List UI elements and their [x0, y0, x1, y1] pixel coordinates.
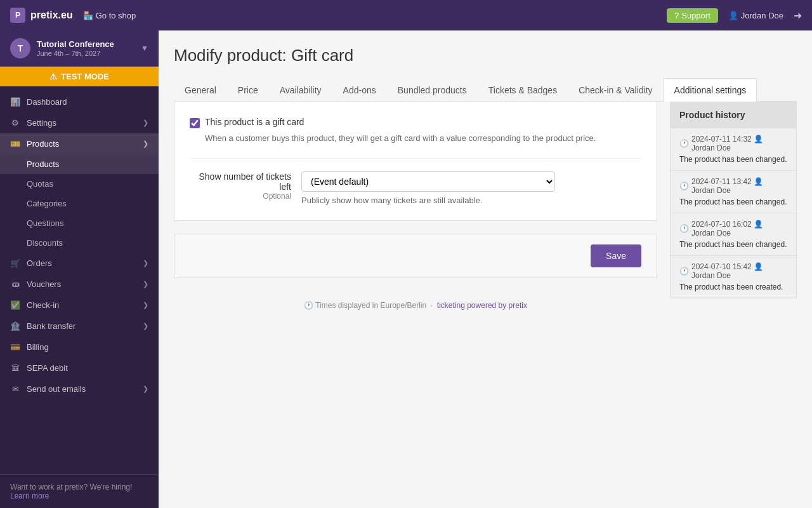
- sidebar-item-dashboard[interactable]: 📊 Dashboard: [0, 91, 159, 112]
- sidebar-sub-questions[interactable]: Questions: [0, 213, 159, 233]
- tab-check-in-validity[interactable]: Check-in & Validity: [568, 78, 663, 102]
- page-footer: 🕐 Times displayed in Europe/Berlin · tic…: [174, 291, 657, 320]
- sidebar-sub-products[interactable]: Products: [0, 154, 159, 174]
- sidebar-sub-quotas[interactable]: Quotas: [0, 174, 159, 194]
- tab-tickets-badges[interactable]: Tickets & Badges: [478, 78, 568, 102]
- powered-by-link[interactable]: ticketing powered by pretix: [437, 301, 527, 310]
- sidebar-item-label: Vouchers: [27, 279, 61, 289]
- settings-chevron-icon: ❯: [143, 119, 148, 127]
- user-menu[interactable]: 👤 Jordan Doe: [728, 11, 783, 20]
- event-chevron-icon: ▼: [141, 44, 148, 53]
- save-section: Save: [174, 234, 657, 278]
- vouchers-icon: 🎟: [10, 279, 20, 289]
- history-entry-2: 🕐 2024-07-11 13:42 👤 Jordan Doe The prod…: [671, 170, 796, 213]
- clock-icon-3: 🕐: [679, 224, 689, 233]
- tickets-left-help: Publicly show how many tickets are still…: [301, 196, 641, 205]
- sidebar-item-label: SEPA debit: [27, 363, 68, 373]
- history-text-3: The product has been changed.: [679, 240, 787, 249]
- tab-availability[interactable]: Availability: [269, 78, 332, 102]
- event-name: Tutorial Conference: [37, 39, 134, 50]
- sidebar-item-sepa-debit[interactable]: 🏛 SEPA debit: [0, 358, 159, 378]
- history-sidebar: Product history 🕐 2024-07-11 14:32 👤 Jor…: [670, 102, 797, 298]
- sidebar-item-label: Products: [27, 139, 59, 149]
- content-wrapper: This product is a gift card When a custo…: [174, 102, 797, 320]
- sidebar-item-label: Orders: [27, 258, 52, 268]
- history-text-1: The product has been changed.: [679, 155, 787, 164]
- history-date-2: 🕐 2024-07-11 13:42 👤 Jordan Doe: [679, 177, 787, 195]
- products-chevron-icon: ❯: [143, 140, 148, 148]
- sidebar-item-label: Send out emails: [27, 384, 86, 394]
- dashboard-icon: 📊: [10, 97, 20, 107]
- billing-icon: 💳: [10, 342, 20, 352]
- sidebar-item-settings[interactable]: ⚙ Settings ❯: [0, 112, 159, 133]
- go-to-shop-link[interactable]: 🏪 Go to shop: [83, 11, 136, 20]
- sidebar-item-label: Settings: [27, 118, 56, 128]
- clock-icon-1: 🕐: [679, 139, 689, 148]
- navbar-right: ? Support 👤 Jordan Doe ➜: [667, 8, 802, 23]
- navbar-left: P pretix.eu 🏪 Go to shop: [10, 8, 136, 23]
- gift-card-label[interactable]: This product is a gift card: [205, 117, 304, 127]
- sidebar-item-label: Billing: [27, 342, 49, 352]
- tab-bundled-products[interactable]: Bundled products: [387, 78, 478, 102]
- brand-link[interactable]: P pretix.eu: [10, 8, 73, 23]
- gift-card-checkbox[interactable]: [190, 118, 200, 128]
- history-entry-1: 🕐 2024-07-11 14:32 👤 Jordan Doe The prod…: [671, 128, 796, 170]
- learn-more-link[interactable]: Learn more: [10, 491, 49, 500]
- tickets-left-label: Show number of tickets left: [190, 171, 291, 192]
- tickets-left-row: Show number of tickets left Optional (Ev…: [190, 158, 641, 205]
- logout-icon[interactable]: ➜: [794, 10, 802, 22]
- gift-card-checkbox-row: This product is a gift card: [190, 117, 641, 128]
- history-title: Product history: [671, 102, 796, 128]
- event-selector[interactable]: T Tutorial Conference June 4th – 7th, 20…: [0, 30, 159, 67]
- tab-additional-settings[interactable]: Additional settings: [664, 78, 757, 102]
- brand-icon: P: [10, 8, 25, 23]
- sidebar-item-label: Bank transfer: [27, 321, 75, 331]
- sepa-icon: 🏛: [10, 363, 20, 373]
- tickets-left-select[interactable]: (Event default) Yes No: [301, 171, 555, 192]
- page-title: Modify product: Gift card: [174, 46, 797, 65]
- user-icon: 👤: [728, 11, 738, 20]
- gift-card-description: When a customer buys this product, they …: [205, 133, 641, 143]
- clock-icon-4: 🕐: [679, 267, 689, 276]
- app-layout: T Tutorial Conference June 4th – 7th, 20…: [0, 30, 812, 508]
- products-icon: 🎫: [10, 139, 20, 149]
- sidebar-item-checkin[interactable]: ✅ Check-in ❯: [0, 295, 159, 316]
- history-date-3: 🕐 2024-07-10 16:02 👤 Jordan Doe: [679, 220, 787, 237]
- checkin-chevron-icon: ❯: [143, 301, 148, 309]
- sidebar-item-send-emails[interactable]: ✉ Send out emails ❯: [0, 378, 159, 399]
- save-button[interactable]: Save: [591, 244, 641, 267]
- vouchers-chevron-icon: ❯: [143, 280, 148, 288]
- history-entry-4: 🕐 2024-07-10 15:42 👤 Jordan Doe The prod…: [671, 255, 796, 298]
- history-text-2: The product has been changed.: [679, 197, 787, 206]
- orders-chevron-icon: ❯: [143, 259, 148, 267]
- tab-general[interactable]: General: [174, 78, 227, 102]
- form-content-area: This product is a gift card When a custo…: [174, 102, 657, 221]
- bank-transfer-icon: 🏦: [10, 321, 20, 331]
- shop-icon: 🏪: [83, 11, 93, 20]
- sidebar-item-orders[interactable]: 🛒 Orders ❯: [0, 253, 159, 274]
- content-main: This product is a gift card When a custo…: [174, 102, 657, 320]
- email-icon: ✉: [10, 384, 20, 394]
- support-button[interactable]: ? Support: [667, 8, 718, 23]
- sidebar-item-label: Check-in: [27, 300, 59, 310]
- history-date-4: 🕐 2024-07-10 15:42 👤 Jordan Doe: [679, 262, 787, 280]
- sidebar-footer: Want to work at pretix? We're hiring! Le…: [0, 474, 159, 508]
- sidebar-item-bank-transfer[interactable]: 🏦 Bank transfer ❯: [0, 316, 159, 337]
- history-entry-3: 🕐 2024-07-10 16:02 👤 Jordan Doe The prod…: [671, 213, 796, 255]
- sidebar: T Tutorial Conference June 4th – 7th, 20…: [0, 30, 159, 508]
- sidebar-navigation: 📊 Dashboard ⚙ Settings ❯ 🎫 Products ❯: [0, 86, 159, 474]
- sidebar-item-products[interactable]: 🎫 Products ❯: [0, 133, 159, 154]
- sidebar-item-vouchers[interactable]: 🎟 Vouchers ❯: [0, 274, 159, 295]
- tab-add-ons[interactable]: Add-ons: [332, 78, 387, 102]
- sidebar-sub-categories[interactable]: Categories: [0, 194, 159, 213]
- sidebar-item-billing[interactable]: 💳 Billing: [0, 337, 159, 358]
- tab-price[interactable]: Price: [227, 78, 269, 102]
- tab-bar: General Price Availability Add-ons Bundl…: [174, 78, 797, 102]
- support-icon: ?: [674, 11, 679, 20]
- history-text-4: The product has been created.: [679, 283, 787, 291]
- sidebar-sub-discounts[interactable]: Discounts: [0, 233, 159, 253]
- tickets-left-control-col: (Event default) Yes No Publicly show how…: [301, 171, 641, 205]
- test-mode-banner: ⚠ TEST MODE: [0, 67, 159, 86]
- main-content: Modify product: Gift card General Price …: [159, 30, 812, 508]
- brand-name: pretix.eu: [30, 10, 73, 21]
